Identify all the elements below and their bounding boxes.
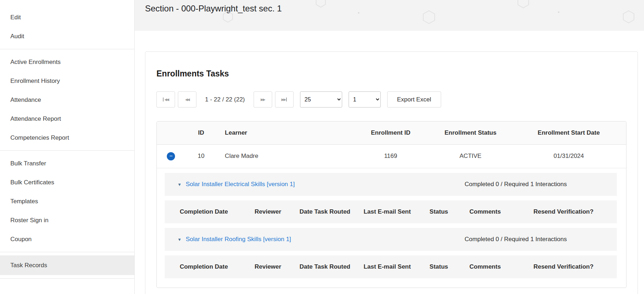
- hexagon-decoration-icon: [222, 11, 234, 23]
- last-page-icon: [286, 98, 287, 101]
- subtable-column-completion-date: Completion Date: [165, 208, 243, 215]
- column-header-learner: Learner: [217, 121, 352, 144]
- pagination-toolbar: ◀◀ ◀◀ 1 - 22 / 22 (22) ▶▶ ▶▶ 25: [156, 91, 626, 108]
- first-page-button[interactable]: ◀◀: [156, 91, 175, 108]
- task-summary: Completed 0 / Required 1 Interactions: [465, 181, 567, 188]
- task-course-link[interactable]: Solar Installer Electrical Skills [versi…: [186, 181, 295, 188]
- subtable-header-row: Completion Date Reviewer Date Task Route…: [165, 255, 617, 278]
- previous-page-button[interactable]: ◀◀: [178, 91, 196, 108]
- hexagon-decoration-icon: [622, 10, 635, 24]
- last-page-button[interactable]: ▶▶: [275, 91, 294, 108]
- sidebar-item-templates[interactable]: Templates: [0, 192, 134, 211]
- task-section-roofing: ▾ Solar Installer Roofing Skills [versio…: [165, 228, 617, 278]
- page-title: Section - 000-Playwright_test sec. 1: [145, 4, 282, 14]
- subtable-column-completion-date: Completion Date: [165, 263, 243, 270]
- subtable-column-resend-verification: Resend Verification?: [510, 208, 617, 215]
- table-row: − 10 Clare Madre 1169 ACTIVE 01/31/2024: [157, 144, 626, 168]
- sidebar-item-active-enrollments[interactable]: Active Enrollments: [0, 53, 134, 71]
- column-header-enrollment-status: Enrollment Status: [430, 121, 511, 144]
- sidebar-item-coupon[interactable]: Coupon: [0, 230, 134, 249]
- task-summary: Completed 0 / Required 1 Interactions: [465, 236, 567, 243]
- subtable-column-status: Status: [418, 263, 460, 270]
- column-header-enrollment-start-date: Enrollment Start Date: [511, 121, 626, 144]
- page-header: Section - 000-Playwright_test sec. 1: [135, 0, 644, 31]
- next-page-icon: ▶▶: [261, 98, 265, 101]
- subtable-column-reviewer: Reviewer: [243, 263, 293, 270]
- column-header-enrollment-id: Enrollment ID: [351, 121, 430, 144]
- caret-down-icon[interactable]: ▾: [178, 236, 181, 242]
- subtable-header-row: Completion Date Reviewer Date Task Route…: [165, 200, 617, 223]
- subtable-column-resend-verification: Resend Verification?: [510, 263, 617, 270]
- export-excel-button[interactable]: Export Excel: [387, 91, 441, 108]
- cell-id: 10: [185, 144, 217, 168]
- sidebar-item-enrollment-history[interactable]: Enrollment History: [0, 71, 134, 90]
- page-number-select[interactable]: 1: [349, 91, 381, 108]
- sidebar-item-bulk-certificates[interactable]: Bulk Certificates: [0, 173, 134, 192]
- sidebar-item-competencies-report[interactable]: Competencies Report: [0, 128, 134, 147]
- cell-enrollment-id: 1169: [351, 144, 430, 168]
- subtable-column-date-task-routed: Date Task Routed: [293, 208, 357, 215]
- subtable-column-status: Status: [418, 208, 460, 215]
- table-header-row: ID Learner Enrollment ID Enrollment Stat…: [157, 121, 626, 144]
- dot-decoration: [558, 11, 559, 13]
- subtable-column-reviewer: Reviewer: [243, 208, 293, 215]
- task-course-link[interactable]: Solar Installer Roofing Skills [version …: [186, 236, 291, 243]
- main-area: Section - 000-Playwright_test sec. 1 Enr…: [135, 0, 644, 294]
- sidebar-item-audit[interactable]: Audit: [0, 27, 134, 46]
- subtable-column-last-email-sent: Last E-mail Sent: [357, 208, 417, 215]
- cell-enrollment-start-date: 01/31/2024: [511, 144, 626, 168]
- task-section-electrical: ▾ Solar Installer Electrical Skills [ver…: [165, 173, 617, 223]
- app-window: Edit Audit Active Enrollments Enrollment…: [0, 0, 644, 294]
- caret-down-icon[interactable]: ▾: [178, 181, 181, 187]
- first-page-icon: [163, 98, 164, 101]
- enrollments-table: ID Learner Enrollment ID Enrollment Stat…: [156, 121, 626, 288]
- sidebar-item-edit[interactable]: Edit: [0, 8, 134, 27]
- sidebar-divider: [0, 49, 134, 49]
- sidebar-divider: [0, 252, 134, 252]
- hexagon-decoration-icon: [517, 0, 530, 9]
- sidebar: Edit Audit Active Enrollments Enrollment…: [0, 0, 135, 294]
- subtable-column-comments: Comments: [460, 263, 510, 270]
- cell-enrollment-status: ACTIVE: [430, 144, 511, 168]
- sidebar-item-task-records[interactable]: Task Records: [0, 255, 134, 275]
- dot-decoration: [358, 12, 359, 14]
- cell-learner: Clare Madre: [217, 144, 352, 168]
- sidebar-item-attendance[interactable]: Attendance: [0, 90, 134, 109]
- hexagon-decoration-icon: [422, 10, 436, 24]
- sidebar-nav: Edit Audit Active Enrollments Enrollment…: [0, 8, 134, 279]
- sidebar-divider: [0, 150, 134, 151]
- next-page-button[interactable]: ▶▶: [254, 91, 272, 108]
- hexagon-decoration-icon: [315, 0, 326, 8]
- sidebar-item-bulk-transfer[interactable]: Bulk Transfer: [0, 154, 134, 173]
- subtable-column-date-task-routed: Date Task Routed: [293, 263, 357, 270]
- expanded-tasks-area: ▾ Solar Installer Electrical Skills [ver…: [165, 173, 617, 278]
- subtable-column-comments: Comments: [460, 208, 510, 215]
- collapse-row-icon[interactable]: −: [167, 152, 175, 160]
- enrollments-tasks-panel: Enrollments Tasks ◀◀ ◀◀ 1 - 22 / 22 (22)…: [145, 51, 638, 294]
- panel-title: Enrollments Tasks: [156, 69, 626, 79]
- expand-column-header: [157, 121, 185, 144]
- previous-page-icon: ◀◀: [185, 98, 189, 101]
- task-section-header: ▾ Solar Installer Electrical Skills [ver…: [165, 173, 617, 196]
- pagination-range: 1 - 22 / 22 (22): [205, 96, 245, 103]
- column-header-id: ID: [185, 121, 217, 144]
- task-section-header: ▾ Solar Installer Roofing Skills [versio…: [165, 228, 617, 251]
- page-size-select[interactable]: 25: [300, 91, 342, 108]
- sidebar-item-roster-sign-in[interactable]: Roster Sign in: [0, 211, 134, 230]
- subtable-column-last-email-sent: Last E-mail Sent: [357, 263, 417, 270]
- sidebar-item-attendance-report[interactable]: Attendance Report: [0, 109, 134, 128]
- content-area: Enrollments Tasks ◀◀ ◀◀ 1 - 22 / 22 (22)…: [135, 31, 644, 294]
- sidebar-divider: [0, 278, 134, 279]
